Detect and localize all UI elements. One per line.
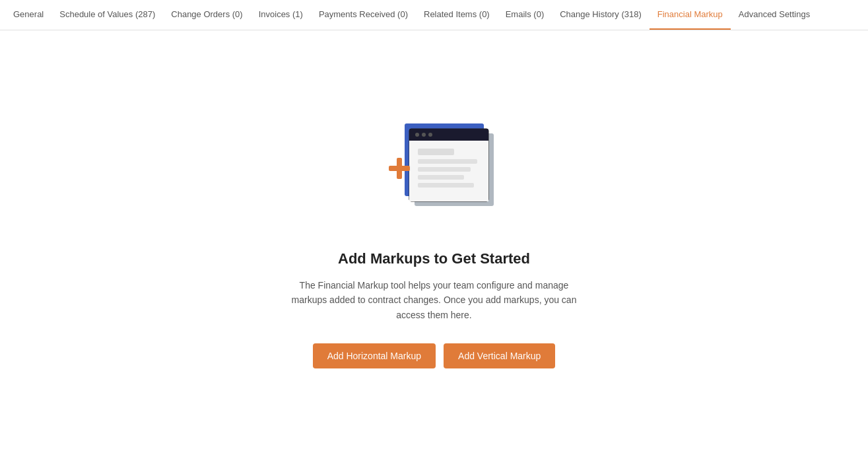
tab-invoices[interactable]: Invoices (1) [251,0,311,30]
tab-schedule-of-values[interactable]: Schedule of Values (287) [51,0,163,30]
tab-advanced-settings[interactable]: Advanced Settings [731,0,818,30]
main-content: Add Markups to Get Started The Financial… [0,30,868,448]
svg-point-5 [422,133,426,137]
tab-change-orders[interactable]: Change Orders (0) [163,0,250,30]
svg-point-6 [428,133,432,137]
empty-state-title: Add Markups to Get Started [338,250,530,267]
add-horizontal-markup-button[interactable]: Add Horizontal Markup [313,343,436,368]
svg-rect-14 [389,166,410,171]
tab-financial-markup[interactable]: Financial Markup [650,0,731,30]
tab-related-items[interactable]: Related Items (0) [416,0,498,30]
tab-payments-received[interactable]: Payments Received (0) [311,0,416,30]
svg-rect-8 [418,149,454,155]
tab-change-history[interactable]: Change History (318) [552,0,650,30]
add-vertical-markup-button[interactable]: Add Vertical Markup [444,343,555,368]
tab-general[interactable]: General [5,0,51,30]
action-buttons: Add Horizontal Markup Add Vertical Marku… [313,343,556,368]
svg-rect-3 [409,129,488,141]
empty-state-description: The Financial Markup tool helps your tea… [289,278,580,322]
empty-state-illustration [368,110,500,229]
svg-rect-9 [418,159,477,164]
tab-emails[interactable]: Emails (0) [498,0,552,30]
svg-rect-12 [418,183,474,188]
svg-rect-10 [418,167,471,172]
svg-point-4 [415,133,419,137]
svg-rect-11 [418,175,464,180]
tab-navigation: GeneralSchedule of Values (287)Change Or… [0,0,868,30]
